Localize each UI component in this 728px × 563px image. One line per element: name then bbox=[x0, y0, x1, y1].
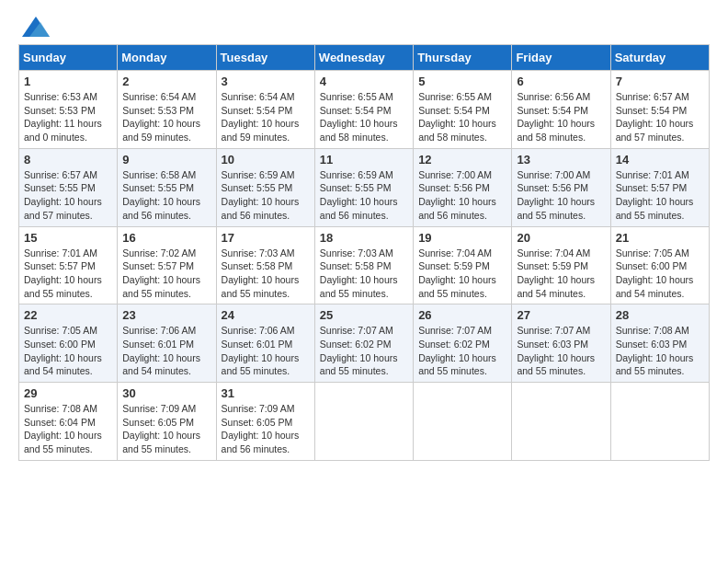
sunset-time: Sunset: 6:04 PM bbox=[24, 417, 96, 428]
calendar-table: Sunday Monday Tuesday Wednesday Thursday… bbox=[18, 44, 710, 461]
day-detail: Sunrise: 7:03 AM Sunset: 5:58 PM Dayligh… bbox=[320, 247, 408, 301]
sunset-time: Sunset: 5:56 PM bbox=[418, 182, 490, 193]
sunset-time: Sunset: 5:54 PM bbox=[222, 105, 293, 116]
sunset-time: Sunset: 5:59 PM bbox=[517, 260, 588, 271]
daylight-hours: Daylight: 10 hours and 55 minutes. bbox=[517, 196, 595, 221]
daylight-hours: Daylight: 10 hours and 54 minutes. bbox=[517, 274, 595, 299]
day-detail: Sunrise: 7:01 AM Sunset: 5:57 PM Dayligh… bbox=[616, 168, 704, 223]
calendar-day-1: 1 Sunrise: 6:53 AM Sunset: 5:53 PM Dayli… bbox=[19, 71, 118, 149]
sunrise-time: Sunrise: 7:08 AM bbox=[616, 325, 689, 336]
daylight-hours: Daylight: 10 hours and 56 minutes. bbox=[222, 430, 300, 454]
sunrise-time: Sunrise: 6:54 AM bbox=[222, 91, 295, 102]
empty-cell bbox=[512, 383, 610, 461]
sunrise-time: Sunrise: 7:06 AM bbox=[222, 325, 295, 336]
day-detail: Sunrise: 7:09 AM Sunset: 6:05 PM Dayligh… bbox=[122, 402, 210, 456]
logo-area bbox=[18, 18, 50, 37]
col-thursday: Thursday bbox=[414, 45, 512, 71]
calendar-day-27: 27 Sunrise: 7:07 AM Sunset: 6:03 PM Dayl… bbox=[512, 304, 610, 383]
daylight-hours: Daylight: 10 hours and 55 minutes. bbox=[222, 274, 300, 299]
day-detail: Sunrise: 7:08 AM Sunset: 6:03 PM Dayligh… bbox=[616, 324, 704, 378]
day-detail: Sunrise: 7:04 AM Sunset: 5:59 PM Dayligh… bbox=[418, 247, 506, 301]
sunrise-time: Sunrise: 7:04 AM bbox=[418, 247, 492, 259]
daylight-hours: Daylight: 10 hours and 56 minutes. bbox=[418, 196, 496, 221]
sunset-time: Sunset: 6:01 PM bbox=[222, 339, 293, 350]
daylight-hours: Daylight: 10 hours and 55 minutes. bbox=[122, 274, 200, 299]
day-number: 6 bbox=[517, 75, 605, 88]
sunrise-time: Sunrise: 6:58 AM bbox=[122, 169, 196, 180]
daylight-hours: Daylight: 10 hours and 56 minutes. bbox=[122, 196, 200, 221]
calendar-day-6: 6 Sunrise: 6:56 AM Sunset: 5:54 PM Dayli… bbox=[512, 71, 610, 149]
calendar-day-20: 20 Sunrise: 7:04 AM Sunset: 5:59 PM Dayl… bbox=[512, 226, 610, 304]
sunset-time: Sunset: 5:55 PM bbox=[122, 182, 194, 193]
day-number: 28 bbox=[616, 308, 704, 322]
col-friday: Friday bbox=[512, 45, 610, 71]
day-number: 9 bbox=[122, 153, 210, 167]
day-number: 8 bbox=[24, 153, 112, 167]
day-detail: Sunrise: 6:58 AM Sunset: 5:55 PM Dayligh… bbox=[122, 168, 210, 223]
daylight-hours: Daylight: 11 hours and 0 minutes. bbox=[24, 118, 102, 143]
day-number: 4 bbox=[320, 75, 408, 88]
day-number: 15 bbox=[24, 231, 112, 245]
calendar-day-18: 18 Sunrise: 7:03 AM Sunset: 5:58 PM Dayl… bbox=[314, 226, 413, 304]
sunset-time: Sunset: 5:55 PM bbox=[320, 182, 392, 193]
day-detail: Sunrise: 7:07 AM Sunset: 6:03 PM Dayligh… bbox=[517, 324, 605, 378]
day-detail: Sunrise: 7:04 AM Sunset: 5:59 PM Dayligh… bbox=[517, 247, 605, 301]
day-number: 2 bbox=[122, 75, 210, 88]
sunrise-time: Sunrise: 6:57 AM bbox=[616, 91, 689, 102]
sunrise-time: Sunrise: 6:59 AM bbox=[320, 169, 393, 180]
sunrise-time: Sunrise: 6:55 AM bbox=[418, 91, 492, 102]
sunset-time: Sunset: 6:00 PM bbox=[24, 339, 96, 350]
day-number: 5 bbox=[418, 75, 506, 88]
day-detail: Sunrise: 7:09 AM Sunset: 6:05 PM Dayligh… bbox=[222, 402, 310, 456]
day-detail: Sunrise: 6:54 AM Sunset: 5:54 PM Dayligh… bbox=[222, 90, 310, 144]
day-number: 3 bbox=[222, 75, 310, 88]
daylight-hours: Daylight: 10 hours and 55 minutes. bbox=[418, 274, 496, 299]
calendar-day-19: 19 Sunrise: 7:04 AM Sunset: 5:59 PM Dayl… bbox=[414, 226, 512, 304]
day-number: 11 bbox=[320, 153, 408, 167]
calendar-day-3: 3 Sunrise: 6:54 AM Sunset: 5:54 PM Dayli… bbox=[216, 71, 314, 149]
daylight-hours: Daylight: 10 hours and 57 minutes. bbox=[616, 118, 694, 143]
calendar-day-8: 8 Sunrise: 6:57 AM Sunset: 5:55 PM Dayli… bbox=[19, 148, 118, 226]
calendar-day-22: 22 Sunrise: 7:05 AM Sunset: 6:00 PM Dayl… bbox=[19, 304, 118, 383]
day-detail: Sunrise: 6:59 AM Sunset: 5:55 PM Dayligh… bbox=[320, 168, 408, 223]
day-detail: Sunrise: 7:02 AM Sunset: 5:57 PM Dayligh… bbox=[122, 247, 210, 301]
daylight-hours: Daylight: 10 hours and 59 minutes. bbox=[222, 118, 300, 143]
day-number: 25 bbox=[320, 308, 408, 322]
daylight-hours: Daylight: 10 hours and 58 minutes. bbox=[320, 118, 398, 143]
sunset-time: Sunset: 5:58 PM bbox=[222, 260, 293, 271]
sunrise-time: Sunrise: 7:07 AM bbox=[418, 325, 492, 336]
calendar-day-30: 30 Sunrise: 7:09 AM Sunset: 6:05 PM Dayl… bbox=[118, 383, 216, 461]
daylight-hours: Daylight: 10 hours and 56 minutes. bbox=[222, 196, 300, 221]
sunset-time: Sunset: 5:57 PM bbox=[24, 260, 96, 271]
day-number: 24 bbox=[222, 308, 310, 322]
sunset-time: Sunset: 6:05 PM bbox=[222, 417, 293, 428]
sunset-time: Sunset: 5:54 PM bbox=[616, 105, 688, 116]
sunset-time: Sunset: 6:03 PM bbox=[616, 339, 688, 350]
day-detail: Sunrise: 7:06 AM Sunset: 6:01 PM Dayligh… bbox=[122, 324, 210, 378]
day-detail: Sunrise: 7:07 AM Sunset: 6:02 PM Dayligh… bbox=[418, 324, 506, 378]
day-number: 27 bbox=[517, 308, 605, 322]
sunset-time: Sunset: 5:58 PM bbox=[320, 260, 392, 271]
sunrise-time: Sunrise: 7:04 AM bbox=[517, 247, 590, 259]
sunrise-time: Sunrise: 7:00 AM bbox=[418, 169, 492, 180]
sunset-time: Sunset: 6:02 PM bbox=[418, 339, 490, 350]
calendar-week-row: 1 Sunrise: 6:53 AM Sunset: 5:53 PM Dayli… bbox=[19, 71, 710, 149]
calendar-day-14: 14 Sunrise: 7:01 AM Sunset: 5:57 PM Dayl… bbox=[610, 148, 709, 226]
calendar-day-15: 15 Sunrise: 7:01 AM Sunset: 5:57 PM Dayl… bbox=[19, 226, 118, 304]
sunset-time: Sunset: 5:53 PM bbox=[122, 105, 194, 116]
sunset-time: Sunset: 6:01 PM bbox=[122, 339, 194, 350]
sunrise-time: Sunrise: 6:54 AM bbox=[122, 91, 196, 102]
calendar-day-10: 10 Sunrise: 6:59 AM Sunset: 5:55 PM Dayl… bbox=[216, 148, 314, 226]
sunrise-time: Sunrise: 6:57 AM bbox=[24, 169, 97, 180]
day-number: 1 bbox=[24, 75, 112, 88]
calendar-week-row: 29 Sunrise: 7:08 AM Sunset: 6:04 PM Dayl… bbox=[19, 383, 710, 461]
daylight-hours: Daylight: 10 hours and 54 minutes. bbox=[24, 352, 102, 377]
day-number: 29 bbox=[24, 386, 112, 400]
logo-icon bbox=[22, 17, 50, 37]
sunset-time: Sunset: 5:54 PM bbox=[418, 105, 490, 116]
sunrise-time: Sunrise: 7:03 AM bbox=[222, 247, 295, 259]
daylight-hours: Daylight: 10 hours and 58 minutes. bbox=[418, 118, 496, 143]
daylight-hours: Daylight: 10 hours and 56 minutes. bbox=[320, 196, 398, 221]
daylight-hours: Daylight: 10 hours and 55 minutes. bbox=[616, 352, 694, 377]
calendar-day-4: 4 Sunrise: 6:55 AM Sunset: 5:54 PM Dayli… bbox=[314, 71, 413, 149]
